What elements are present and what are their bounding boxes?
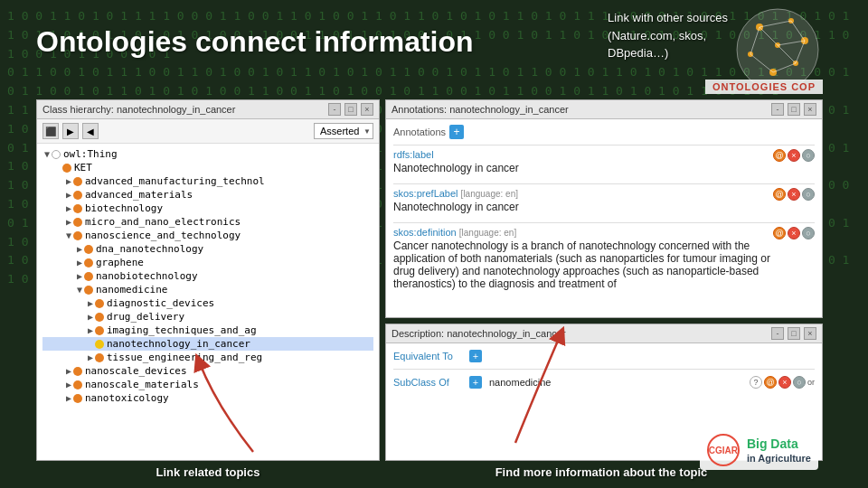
tree-item-nanobiotech[interactable]: ▶ nanobiotechnology	[42, 269, 373, 283]
dot-nano-cancer	[95, 340, 104, 349]
toggle-graphene[interactable]: ▶	[75, 258, 84, 267]
toggle-nanobiotech[interactable]: ▶	[75, 271, 84, 281]
toggle-biotech[interactable]: ▶	[64, 203, 73, 213]
tree-item-imaging[interactable]: ▶ imaging_techniques_and_ag	[42, 324, 373, 337]
tree-item-dna-nano[interactable]: ▶ dna_nanotechnology	[42, 242, 373, 256]
tree-item-nanomedicine[interactable]: ▼ nanomedicine	[42, 283, 373, 296]
desc-restore-btn[interactable]: □	[788, 327, 800, 340]
tree-item-graphene[interactable]: ▶ graphene	[42, 256, 373, 269]
skos-def-lang: [language: en]	[459, 228, 516, 238]
class-tree[interactable]: ▼ owl:Thing KET ▶ advanced_manufacturing…	[37, 144, 379, 460]
skos-def-info-icon[interactable]: ○	[802, 227, 815, 239]
anno-close-btn[interactable]: ×	[804, 103, 816, 116]
tree-item-nanoscale-dev[interactable]: ▶ nanoscale_devices	[42, 364, 373, 378]
skos-def-value: Cancer nanotechnology is a branch of nan…	[393, 239, 773, 290]
close-btn[interactable]: ×	[361, 103, 373, 116]
tree-item-ket[interactable]: KET	[42, 161, 373, 174]
toggle-adv-mfg[interactable]: ▶	[64, 176, 73, 186]
rdfs-label-edit-icon[interactable]: @	[773, 149, 786, 162]
dot-micro-nano	[73, 218, 82, 227]
toolbar-btn-1[interactable]: ⬛	[42, 123, 59, 139]
subclass-of-value: nanomedicine	[489, 377, 552, 388]
link-related-topics-label: Link related topics	[36, 465, 380, 479]
dot-graphene	[84, 258, 93, 267]
dot-imaging	[95, 326, 104, 335]
label-adv-mfg: advanced_manufacturing_technol	[85, 175, 265, 187]
tree-item-diag[interactable]: ▶ diagnostic_devices	[42, 296, 373, 310]
skos-preflabel-delete-icon[interactable]: ×	[788, 188, 800, 201]
tree-item-drug[interactable]: ▶ drug_delivery	[42, 310, 373, 324]
label-owlthing: owl:Thing	[63, 148, 118, 160]
subclass-help-icon[interactable]: ?	[750, 376, 762, 389]
dot-adv-mat	[73, 191, 82, 200]
rdfs-label-delete-icon[interactable]: ×	[788, 149, 800, 162]
rdfs-label-info-icon[interactable]: ○	[802, 149, 815, 162]
subclass-of-add-button[interactable]: +	[469, 376, 482, 389]
tree-item-nanotox[interactable]: ▶ nanotoxicology	[42, 391, 373, 405]
toggle-micro-nano[interactable]: ▶	[64, 217, 73, 227]
annotations-panel: Annotations: nanotechnology_in_cancer - …	[385, 99, 823, 318]
label-ket: KET	[74, 162, 92, 174]
toggle-dna-nano[interactable]: ▶	[75, 244, 84, 254]
toggle-nanoscale-dev[interactable]: ▶	[64, 366, 73, 376]
anno-restore-btn[interactable]: □	[788, 103, 800, 116]
tree-item-nano-cancer[interactable]: nanotechnology_in_cancer	[42, 337, 373, 351]
subclass-edit-icon[interactable]: @	[764, 376, 777, 389]
scroll-or-btn[interactable]: or	[807, 378, 815, 387]
subclass-info-icon[interactable]: ○	[793, 376, 806, 389]
skos-preflabel-lang: [language: en]	[461, 189, 518, 199]
cgiar-logo: CGIAR	[707, 434, 740, 466]
desc-close-btn[interactable]: ×	[804, 327, 816, 340]
annotations-add-button[interactable]: +	[449, 125, 464, 139]
top-right-line2: (Nature.com, skos,	[608, 27, 728, 45]
dot-nanomedicine	[84, 286, 93, 295]
toggle-tissue[interactable]: ▶	[86, 352, 95, 362]
skos-def-edit-icon[interactable]: @	[773, 227, 786, 239]
tree-item-adv-mfg[interactable]: ▶ advanced_manufacturing_technol	[42, 174, 373, 188]
toggle-nanoscale-mat[interactable]: ▶	[64, 380, 73, 389]
toggle-nanoscience[interactable]: ▼	[64, 230, 73, 240]
restore-btn[interactable]: □	[344, 103, 357, 116]
anno-content-skos-preflabel: skos:prefLabel [language: en] Nanotechno…	[393, 188, 773, 215]
tree-item-nanoscale-mat[interactable]: ▶ nanoscale_materials	[42, 378, 373, 391]
skos-preflabel-edit-icon[interactable]: @	[773, 188, 786, 201]
class-hierarchy-panel: Class hierarchy: nanotechnology_in_cance…	[36, 99, 380, 461]
rdfs-label-value: Nanotechnology in cancer	[393, 162, 773, 174]
skos-def-prop[interactable]: skos:definition [language: en]	[393, 227, 773, 238]
asserted-dropdown[interactable]: Asserted Inferred	[314, 123, 373, 139]
rdfs-label-prop[interactable]: rdfs:label	[393, 149, 773, 160]
dot-nanobiotech	[84, 272, 93, 281]
tree-item-nanoscience[interactable]: ▼ nanoscience_and_technology	[42, 229, 373, 242]
hierarchy-toolbar: ⬛ ▶ ◀ Asserted Inferred	[37, 119, 379, 144]
toggle-nanotox[interactable]: ▶	[64, 393, 73, 403]
skos-preflabel-info-icon[interactable]: ○	[802, 188, 815, 201]
toggle-drug[interactable]: ▶	[86, 312, 95, 322]
desc-row-equivalent: Equivalent To +	[393, 347, 815, 365]
subclass-delete-icon[interactable]: ×	[778, 376, 791, 389]
skos-def-delete-icon[interactable]: ×	[788, 227, 800, 239]
dot-owlthing	[52, 150, 61, 159]
label-nanobiotech: nanobiotechnology	[96, 270, 198, 282]
toolbar-btn-3[interactable]: ◀	[82, 123, 99, 139]
tree-item-owlthing[interactable]: ▼ owl:Thing	[42, 147, 373, 161]
label-micro-nano: micro_and_nano_electronics	[85, 216, 241, 228]
tree-item-biotech[interactable]: ▶ biotechnology	[42, 202, 373, 215]
tree-item-micro-nano[interactable]: ▶ micro_and_nano_electronics	[42, 215, 373, 229]
dot-tissue	[95, 353, 104, 362]
toggle-diag[interactable]: ▶	[86, 298, 95, 308]
skos-preflabel-prop[interactable]: skos:prefLabel [language: en]	[393, 188, 773, 199]
anno-minimize-btn[interactable]: -	[771, 103, 784, 116]
description-title: Description: nanotechnology_in_cancer	[392, 328, 768, 339]
subclass-of-label: SubClass Of	[393, 377, 466, 388]
tree-item-tissue[interactable]: ▶ tissue_engineering_and_reg	[42, 351, 373, 364]
minimize-btn[interactable]: -	[328, 103, 341, 116]
toggle-imaging[interactable]: ▶	[86, 325, 95, 335]
equivalent-to-add-button[interactable]: +	[469, 350, 482, 362]
desc-minimize-btn[interactable]: -	[771, 327, 784, 340]
toggle-adv-mat[interactable]: ▶	[64, 190, 73, 200]
toolbar-btn-2[interactable]: ▶	[62, 123, 79, 139]
asserted-dropdown-wrapper[interactable]: Asserted Inferred	[314, 123, 373, 139]
tree-item-adv-mat[interactable]: ▶ advanced_materials	[42, 188, 373, 202]
toggle-nanomedicine[interactable]: ▼	[75, 285, 84, 295]
toggle-owlthing[interactable]: ▼	[42, 149, 52, 159]
